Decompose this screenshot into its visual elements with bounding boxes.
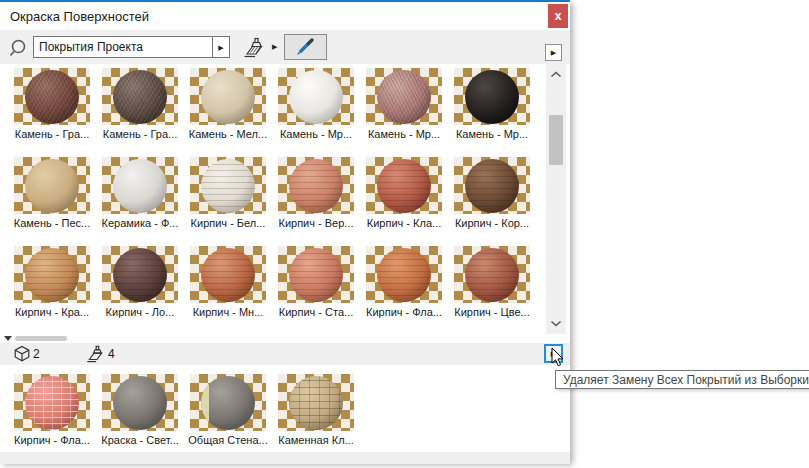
material-thumbnail [190, 246, 266, 303]
material-item[interactable]: Кирпич - Фла... [360, 246, 448, 318]
brick-texture [289, 248, 343, 302]
material-label: Краска - Свет... [101, 434, 179, 446]
material-item[interactable]: Камень - Гра... [8, 68, 96, 140]
granite-texture [377, 70, 431, 124]
paintbrush-icon [86, 345, 108, 363]
material-item[interactable]: Камень - Мр... [448, 68, 536, 140]
collapse-triangle-icon[interactable] [4, 336, 12, 341]
material-thumbnail [190, 157, 266, 214]
brick-texture [113, 248, 167, 302]
material-label: Кирпич - Мн... [193, 306, 264, 318]
material-item[interactable]: Каменная Кл... [272, 374, 360, 446]
material-label: Камень - Гра... [103, 128, 178, 140]
masonry-texture [289, 376, 343, 430]
material-item[interactable]: Кирпич - Фла... [8, 374, 96, 446]
material-item[interactable]: Кирпич - Бел... [184, 157, 272, 229]
brick-texture [289, 159, 343, 213]
material-item[interactable]: Кирпич - Вер... [272, 157, 360, 229]
selection-material-list: Кирпич - Фла...Краска - Свет...Общая Сте… [0, 365, 570, 452]
paintbrush-icon[interactable] [243, 37, 269, 58]
material-item[interactable]: Кирпич - Кра... [8, 246, 96, 318]
close-button[interactable]: x [548, 4, 568, 28]
material-label: Камень - Мел... [189, 128, 267, 140]
eyedropper-icon [295, 37, 317, 57]
library-flyout-button[interactable]: ▶ [545, 44, 562, 61]
material-thumbnail [190, 374, 266, 431]
material-thumbnail [366, 68, 442, 125]
material-item[interactable]: Камень - Мр... [272, 68, 360, 140]
granite-texture [113, 70, 167, 124]
material-label: Кирпич - Вер... [278, 217, 353, 229]
chevron-up-icon [550, 71, 562, 78]
selected-surfaces-count: 4 [108, 347, 115, 361]
material-item[interactable]: Кирпич - Кла... [360, 157, 448, 229]
material-item[interactable]: Кирпич - Цве... [448, 246, 536, 318]
material-item[interactable]: Керамика - Ф... [96, 157, 184, 229]
material-label: Кирпич - Фла... [366, 306, 442, 318]
scroll-down-button[interactable] [546, 315, 566, 332]
material-item[interactable]: Общая Стена... [184, 374, 272, 446]
brush-flyout-icon[interactable]: ▶ [272, 43, 277, 50]
material-label: Камень - Мр... [280, 128, 352, 140]
panel-splitter[interactable] [0, 334, 570, 343]
material-item[interactable]: Камень - Мр... [360, 68, 448, 140]
material-label: Кирпич - Фла... [14, 434, 90, 446]
vertical-scrollbar[interactable] [546, 64, 566, 334]
brick-texture [377, 248, 431, 302]
material-label: Кирпич - Ста... [279, 306, 353, 318]
cube-icon [13, 345, 31, 363]
material-item[interactable]: Кирпич - Кор... [448, 157, 536, 229]
material-item[interactable]: Камень - Гра... [96, 68, 184, 140]
material-thumbnail [454, 68, 530, 125]
splitter-handle[interactable] [15, 336, 67, 341]
scrollbar-thumb[interactable] [549, 115, 563, 165]
brick-light-texture [25, 376, 79, 430]
granite-texture [25, 70, 79, 124]
library-grid: Камень - Гра...Камень - Гра...Камень - М… [0, 64, 546, 318]
material-thumbnail [454, 157, 530, 214]
tooltip-text: Удаляет Замену Всех Покрытий из Выборки [563, 373, 809, 387]
material-label: Кирпич - Кор... [455, 217, 529, 229]
material-item[interactable]: Краска - Свет... [96, 374, 184, 446]
material-label: Керамика - Ф... [102, 217, 179, 229]
brick-texture [201, 159, 255, 213]
material-thumbnail [102, 246, 178, 303]
material-label: Общая Стена... [188, 434, 267, 446]
material-thumbnail [190, 68, 266, 125]
chevron-down-icon [550, 320, 562, 327]
material-label: Кирпич - Кра... [15, 306, 89, 318]
material-library-list: Камень - Гра...Камень - Гра...Камень - М… [0, 64, 546, 334]
material-item[interactable]: Кирпич - Ста... [272, 246, 360, 318]
brick-texture [25, 248, 79, 302]
material-item[interactable]: Кирпич - Ло... [96, 246, 184, 318]
search-dropdown-button[interactable]: ▶ [213, 36, 230, 58]
material-thumbnail [454, 246, 530, 303]
chevron-right-icon: ▶ [551, 49, 556, 56]
material-thumbnail [14, 246, 90, 303]
title-bar: Окраска Поверхностей x [0, 2, 570, 30]
material-thumbnail [278, 68, 354, 125]
brick-texture [465, 159, 519, 213]
material-thumbnail [102, 157, 178, 214]
material-item[interactable]: Камень - Мел... [184, 68, 272, 140]
scroll-up-button[interactable] [546, 66, 566, 83]
material-thumbnail [14, 68, 90, 125]
material-label: Камень - Гра... [15, 128, 90, 140]
search-input[interactable] [33, 36, 213, 58]
dialog-title: Окраска Поверхностей [10, 9, 149, 24]
material-label: Камень - Мр... [456, 128, 528, 140]
eyedropper-button[interactable] [284, 34, 327, 60]
material-thumbnail [14, 374, 90, 431]
tooltip: Удаляет Замену Всех Покрытий из Выборки [555, 370, 809, 389]
material-thumbnail [102, 68, 178, 125]
material-item[interactable]: Камень - Пес... [8, 157, 96, 229]
dialog-footer [0, 452, 570, 464]
material-item[interactable]: Кирпич - Мн... [184, 246, 272, 318]
material-label: Кирпич - Кла... [367, 217, 441, 229]
close-icon: x [555, 9, 562, 23]
chevron-right-icon: ▶ [218, 44, 223, 51]
material-thumbnail [278, 246, 354, 303]
material-thumbnail [366, 157, 442, 214]
material-thumbnail [102, 374, 178, 431]
material-thumbnail [278, 374, 354, 431]
